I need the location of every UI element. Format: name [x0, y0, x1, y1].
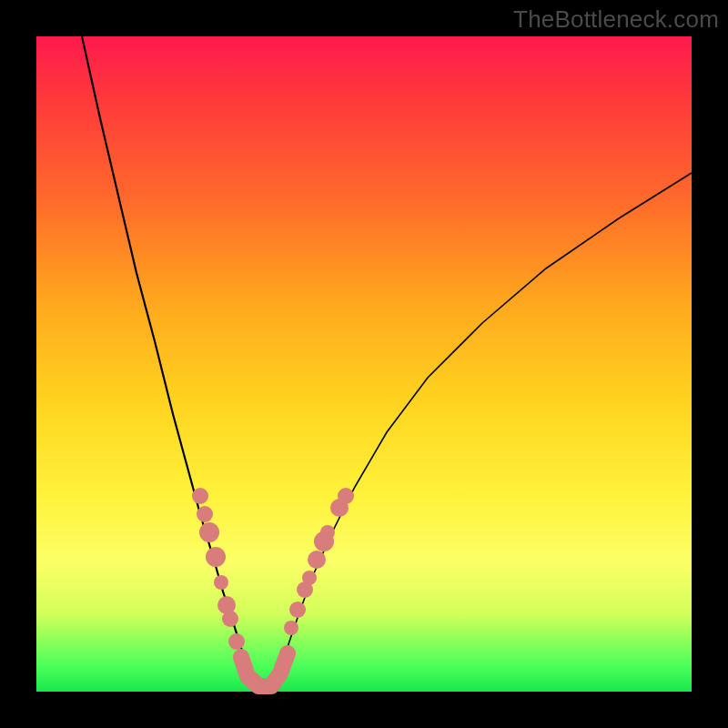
marker-dot: [228, 633, 245, 650]
curve-layer: [36, 36, 692, 692]
marker-dot: [206, 547, 226, 567]
marker-dot: [289, 602, 306, 618]
plot-area: [36, 36, 692, 692]
marker-dot: [199, 522, 219, 542]
valley-highlight: [241, 653, 288, 686]
credit-label: TheBottleneck.com: [513, 5, 719, 34]
left-curve: [82, 36, 255, 690]
chart-frame: TheBottleneck.com: [0, 0, 728, 728]
marker-dot: [197, 506, 213, 522]
marker-dot: [284, 621, 298, 635]
marker-dot: [302, 571, 317, 585]
marker-dot: [222, 611, 238, 627]
marker-dot: [192, 488, 208, 504]
right-curve: [273, 173, 692, 690]
marker-dot: [338, 488, 354, 504]
marker-dot: [308, 551, 326, 569]
marker-dot: [214, 575, 228, 590]
marker-dot: [320, 525, 335, 540]
